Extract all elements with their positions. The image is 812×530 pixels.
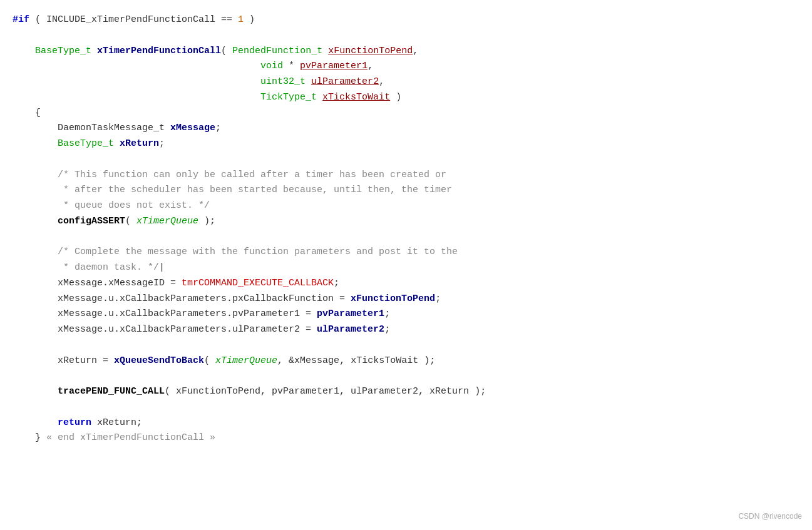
line-1: #if ( INCLUDE_xTimerPendFunctionCall == … <box>13 13 799 28</box>
line-10: * after the scheduler has been started b… <box>13 183 799 198</box>
line-14: * daemon task. */| <box>13 260 799 276</box>
line-17: xMessage.u.xCallbackParameters.pvParamet… <box>13 307 799 322</box>
line-2: BaseType_t xTimerPendFunctionCall( Pende… <box>13 44 799 59</box>
line-20: tracePEND_FUNC_CALL( xFunctionToPend, pv… <box>13 384 799 400</box>
line-13: /* Complete the message with the functio… <box>13 245 799 260</box>
line-blank-3 <box>13 230 799 245</box>
line-blank-2 <box>13 152 799 168</box>
code-block: #if ( INCLUDE_xTimerPendFunctionCall == … <box>6 13 799 446</box>
line-16: xMessage.u.xCallbackParameters.pxCallbac… <box>13 292 799 307</box>
line-blank-5 <box>13 369 799 384</box>
line-11: * queue does not exist. */ <box>13 198 799 214</box>
line-blank-6 <box>13 400 799 415</box>
code-container: #if ( INCLUDE_xTimerPendFunctionCall == … <box>0 0 812 530</box>
line-22: } « end xTimerPendFunctionCall » <box>13 431 799 446</box>
watermark: CSDN @rivencode <box>738 511 802 522</box>
line-18: xMessage.u.xCallbackParameters.ulParamet… <box>13 322 799 338</box>
line-6: { <box>13 106 799 121</box>
line-8: BaseType_t xReturn; <box>13 136 799 152</box>
line-blank-4 <box>13 338 799 354</box>
line-blank-1 <box>13 28 799 44</box>
line-12: configASSERT( xTimerQueue ); <box>13 214 799 230</box>
line-15: xMessage.xMessageID = tmrCOMMAND_EXECUTE… <box>13 276 799 292</box>
line-9: /* This function can only be called afte… <box>13 168 799 183</box>
line-5: TickType_t xTicksToWait ) <box>13 90 799 106</box>
line-4: uint32_t ulParameter2, <box>13 74 799 90</box>
line-7: DaemonTaskMessage_t xMessage; <box>13 121 799 136</box>
line-19: xReturn = xQueueSendToBack( xTimerQueue,… <box>13 354 799 369</box>
line-21: return xReturn; <box>13 415 799 431</box>
line-3: void * pvParameter1, <box>13 59 799 74</box>
